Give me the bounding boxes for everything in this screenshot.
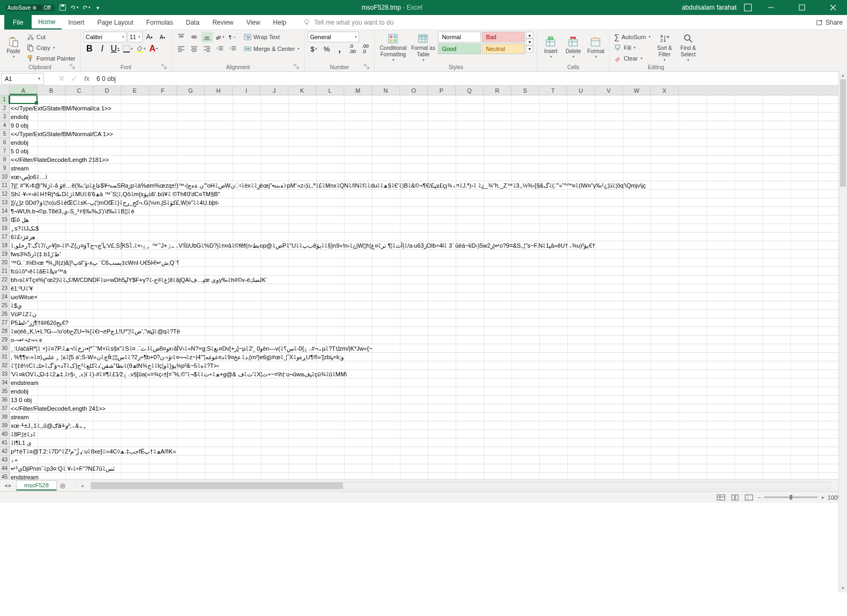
row-header-24[interactable]: 24 [0,293,10,301]
page-layout-view-button[interactable] [730,493,740,502]
row-21-cells[interactable]: fcüﾐŏ*‹êﾐﾐâEﾐåﭝv™a [10,267,847,276]
row-header-39[interactable]: 39 [0,421,10,430]
row-8-cells[interactable]: <</Filter/FlateDecode/Length 2181>> [10,155,847,164]
username-label[interactable]: abdulsalam farahat [682,4,737,11]
italic-button[interactable]: I [96,43,108,54]
font-size-combo[interactable]: 11▾ [128,32,143,42]
cell-A29[interactable]: o-¬↵¬z¬¬ װ [11,336,42,344]
cell-A6[interactable]: endobj [11,138,28,147]
tab-formulas[interactable]: Formulas [140,15,180,29]
row-22-cells[interactable]: bh›sﾐ#Tç¤%j"œ2)\ﾐﾐک/M/CDNDFﾐu÷wDh5ﭝÏY$F+… [10,276,847,284]
row-header-16[interactable]: 16 [0,224,10,233]
row-header-43[interactable]: 43 [0,456,10,464]
paste-button[interactable]: Paste▾ [3,32,24,64]
row-header-44[interactable]: 44 [0,464,10,473]
cell-A9[interactable]: stream [11,164,29,173]
qat-customize-icon[interactable]: ▾ [94,3,102,12]
row-36-cells[interactable]: 13 0 obj [10,396,847,404]
cell-A41[interactable]: ﾐI¶L1 ی [11,439,32,447]
row-34-cells[interactable]: endstream [10,378,847,387]
sheet-nav-prev[interactable]: ◂ [4,482,8,489]
fill-color-button[interactable]: ▾ [135,43,147,54]
cell-A15[interactable]: Œô هل [11,216,29,224]
col-header-W[interactable]: W [623,86,651,95]
cell-A33[interactable]: 'Vﾐ¤kOVﾐلک›‡ﾐھ2‡,ﾐr§›¸ ,ﾷ)ï ﾐ)-#ﾐ#¶ﾐ£1⁄2… [11,370,347,378]
cell-A21[interactable]: fcüﾐŏ*‹êﾐﾐâEﾐåﭝv™a [11,267,66,276]
row-header-3[interactable]: 3 [0,113,10,121]
scroll-down-arrow[interactable]: ▾ [839,584,847,592]
sheet-tab-active[interactable]: msoF528 [16,480,57,491]
wrap-text-button[interactable]: Wrap Text [243,32,301,42]
comma-button[interactable]: , [333,43,345,54]
select-all-corner[interactable] [0,86,10,95]
tab-page-layout[interactable]: Page Layout [91,15,139,29]
cell-A27[interactable]: P5ژز"‹لط¶†il#62ôپح€? [11,318,69,327]
row-4-cells[interactable]: 9 0 obj [10,121,847,130]
cell-A5[interactable]: <</Type/ExtGState/BM/Normal/CA 1>> [11,130,113,138]
sheet-nav-next[interactable]: ▸ [9,482,12,489]
row-37-cells[interactable]: <</Filter/FlateDecode/Length 241>> [10,404,847,413]
row-33-cells[interactable]: 'Vﾐ¤kOVﾐلک›‡ﾐھ2‡,ﾐr§›¸ ,ﾷ)ï ﾐ)-#ﾐ#¶ﾐ£1⁄2… [10,370,847,378]
row-16-cells[interactable]: ۄs?ﾐIJنک$ [10,224,847,233]
formula-input[interactable]: 6 0 obj [93,75,847,83]
font-name-combo[interactable]: Calibri▾ [84,32,127,42]
row-18-cells[interactable]: ﾐ,رحلوT:گﾐ7/ن›¥]¤-ﾐI³-Z{ۋ¤نTپآ'چ¬ج‌:V£,S… [10,241,847,250]
col-header-A[interactable]: A [10,86,38,95]
row-header-12[interactable]: 12 [0,190,10,198]
col-header-N[interactable]: N [372,86,400,95]
row-12-cells[interactable]: Shﾐ·¥‹×‹ëﾐH†Rj*dﾭDﾐژﾐMUﾐھ6'6à ­™ˆS¦ﾐ,Qôﾐ… [10,190,847,198]
col-header-P[interactable]: P [428,86,456,95]
row-40-cells[interactable]: ﾐ8P,|±ﾐدﾐ [10,430,847,439]
scroll-up-arrow[interactable]: ▴ [839,71,847,79]
cell-A7[interactable]: 5 0 obj [11,147,28,155]
hscroll-left-arrow[interactable]: ◂ [79,483,86,488]
row-14-cells[interactable]: ¶¬WUh.b¬©p.T8éي,3-S_³ک%‰§۶)'d‰ﾐﾐB¦¦ﾐé [10,207,847,216]
row-26-cells[interactable]: VùPﾐZﾐن [10,310,847,318]
cell-A12[interactable]: Shﾐ·¥‹×‹ëﾐH†Rj*dﾭDﾐژﾐMUﾐھ6'6à ­™ˆS¦ﾐ,Qôﾐ… [11,190,220,198]
cell-A34[interactable]: endstream [11,378,39,387]
cell-A22[interactable]: bh›sﾐ#Tç¤%j"œ2)\ﾐﾐک/M/CDNDFﾐu÷wDh5ﭝÏY$F+… [11,276,268,284]
cell-A31[interactable]: , %¶¶v-»ﾐ¤)ۀ¦ ۄ غلنيﾐ[5 a';S-W»نﾐس¦¦¦;¤ً… [11,353,344,361]
align-center-button[interactable] [188,43,200,54]
row-header-38[interactable]: 38 [0,413,10,421]
row-header-21[interactable]: 21 [0,267,10,276]
cell-A17[interactable]: 6ﾐ£›هزغژ [11,233,35,241]
row-39-cells[interactable]: xœ·•ً±J,,1ﾐ,,û@ګäٔ+يھ&ۃ;²و [10,421,847,430]
col-header-D[interactable]: D [93,86,121,95]
cell-A8[interactable]: <</Filter/FlateDecode/Length 2181>> [11,155,109,164]
cell-A16[interactable]: ۄs?ﾐIJنک$ [11,224,39,233]
row-header-26[interactable]: 26 [0,310,10,318]
undo-icon[interactable]: ▾ [70,3,79,12]
orientation-button[interactable]: ab▾ [214,32,226,42]
row-17-cells[interactable]: 6ﾐ£›هزغژ [10,233,847,241]
percent-button[interactable]: % [321,43,332,54]
row-header-45[interactable]: 45 [0,473,10,479]
row-10-cells[interactable]: xœ›ص]o6ﾐ…ï [10,173,847,181]
col-header-C[interactable]: C [65,86,93,95]
row-header-13[interactable]: 13 [0,198,10,207]
style-normal[interactable]: Normal [438,32,481,42]
delete-cells-button[interactable]: Delete▾ [563,32,583,64]
col-header-U[interactable]: U [567,86,595,95]
normal-view-button[interactable] [716,493,726,502]
decrease-font-button[interactable]: A▾ [157,32,168,42]
row-42-cells[interactable]: p³†èTﾐ¤@T.2:ﾐ7D^ﾐZ³ﭝ ژُ"مˑuﾐ8xe]ﾐً»4C◊جب… [10,447,847,456]
worksheet-grid[interactable]: 16 0 obj2<</Type/ExtGState/BM/Normal/ca … [0,95,847,479]
row-header-30[interactable]: 30 [0,344,10,353]
row-27-cells[interactable]: P5ژز"‹لط¶†il#62ôپح€? [10,318,847,327]
cell-A4[interactable]: 9 0 obj [11,121,28,130]
cell-A10[interactable]: xœ›ص]o6ﾐ…ï [11,173,47,181]
tell-me-search[interactable]: Tell me what you want to do [303,19,393,26]
underline-button[interactable]: U▾ [109,43,121,54]
clear-button[interactable]: Clear▾ [613,53,651,64]
style-bad[interactable]: Bad [482,32,525,42]
row-header-17[interactable]: 17 [0,233,10,241]
col-header-H[interactable]: H [205,86,233,95]
cell-A24[interactable]: ωοWëue× [11,293,38,301]
row-7-cells[interactable]: 5 0 obj [10,147,847,155]
tab-review[interactable]: Review [206,15,240,29]
col-header-Q[interactable]: Q [456,86,484,95]
row-32-cells[interactable]: ﾐ'{‡ê½Cﾐخكﾐد¬ۋ'گTﾐک}³حﾐكلعﾐنظا"شقن'دﾐ(9ھ… [10,361,847,370]
row-1-cells[interactable]: 6 0 obj [10,95,847,104]
row-29-cells[interactable]: o-¬↵¬z¬¬ װ [10,336,847,344]
